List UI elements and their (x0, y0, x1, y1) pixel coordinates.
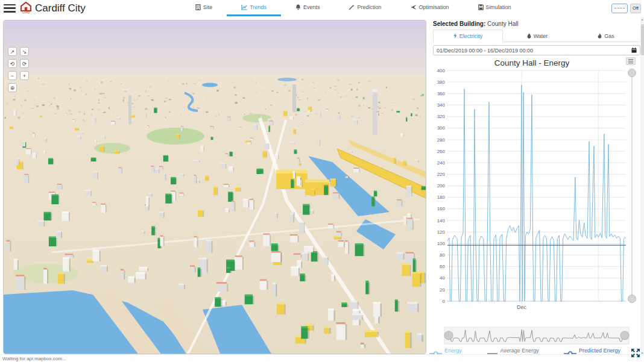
disk-icon (478, 4, 484, 10)
selected-building-value: County Hall (487, 20, 519, 27)
svg-text:260: 260 (437, 149, 446, 154)
navigator-right-handle[interactable] (620, 331, 629, 340)
map-controls: ↗↘⟲⟳−+⊕ (8, 47, 32, 92)
scroll-up-icon[interactable]: ▲ (640, 17, 644, 21)
tab-prediction-label: Prediction (357, 4, 381, 10)
tab-site-label: Site (203, 4, 213, 10)
navigator-left-handle[interactable] (444, 331, 453, 340)
tab-events[interactable]: Events (281, 0, 335, 16)
svg-text:240: 240 (437, 160, 446, 166)
building-detail-panel: Selected Building: County Hall Electrici… (429, 17, 644, 355)
svg-text:380: 380 (437, 80, 446, 85)
wand-icon (349, 4, 355, 10)
flame-icon (598, 33, 602, 39)
svg-text:40: 40 (440, 275, 445, 281)
chart-title: County Hall - Energy (429, 58, 634, 67)
tab-water-label: Water (534, 33, 548, 39)
status-text: Waiting for api.mapbox.com... (2, 356, 66, 361)
tab-trends-label: Trends (250, 4, 267, 10)
tab-electricity[interactable]: Electricity (433, 30, 503, 42)
tab-water[interactable]: Water (503, 30, 572, 42)
chart-context-menu-button[interactable] (626, 57, 636, 65)
svg-text:0: 0 (443, 299, 446, 304)
map-view[interactable]: ↗↘⟲⟳−+⊕ (3, 20, 426, 354)
application-window: Cusp Cardiff City Site Trends (0, 0, 644, 362)
tab-prediction[interactable]: Prediction (334, 0, 396, 16)
off-button[interactable]: Off (630, 4, 641, 13)
bell-icon (295, 4, 301, 10)
fullscreen-icon[interactable] (630, 348, 641, 358)
tab-gas[interactable]: Gas (572, 30, 640, 42)
app-logo: Cusp (21, 2, 31, 14)
chart-icon (241, 4, 247, 10)
svg-text:140: 140 (437, 218, 446, 223)
svg-text:220: 220 (437, 172, 446, 177)
scrollbar-thumb[interactable] (641, 24, 644, 55)
bolt-icon (453, 33, 457, 39)
svg-text:80: 80 (440, 252, 445, 258)
svg-text:400: 400 (437, 68, 446, 73)
svg-text:160: 160 (437, 206, 446, 211)
zoom-in-button[interactable]: + (20, 71, 29, 80)
top-navbar: Cusp Cardiff City Site Trends (0, 0, 644, 16)
tab-events-label: Events (303, 4, 320, 10)
date-range-picker[interactable]: 01/Dec/2019 00:00 - 16/Dec/2019 00:00 (433, 45, 640, 55)
nav-tabs: Site Trends Events (181, 0, 526, 16)
tab-gas-label: Gas (604, 33, 614, 39)
tilt-down-button[interactable]: ↘ (20, 47, 29, 56)
utility-tabs: Electricity Water Gas (433, 30, 640, 42)
rotate-left-button[interactable]: ⟲ (8, 59, 17, 68)
tab-electricity-label: Electricity (459, 33, 483, 39)
tab-optimisation-label: Optimisation (419, 4, 449, 10)
browser-status-bar: Waiting for api.mapbox.com... (0, 354, 644, 362)
selected-building: Selected Building: County Hall (429, 17, 644, 30)
navbar-right-controls: Off (611, 4, 644, 13)
svg-text:Dec: Dec (517, 304, 527, 310)
tab-optimisation[interactable]: Optimisation (396, 0, 464, 16)
tab-simulation-label: Simulation (486, 4, 511, 10)
logo-subtext: Cusp (22, 11, 30, 14)
energy-chart[interactable]: 0204060801001201401601802002202402602803… (431, 67, 638, 315)
svg-text:200: 200 (437, 183, 446, 189)
svg-text:340: 340 (437, 102, 446, 108)
calendar-icon (631, 48, 637, 53)
dashed-line-icon (614, 8, 625, 8)
zoom-out-button[interactable]: − (8, 71, 17, 80)
building-icon (195, 4, 201, 10)
date-range-value: 01/Dec/2019 00:00 - 16/Dec/2019 00:00 (437, 48, 533, 54)
rotate-right-button[interactable]: ⟳ (20, 59, 29, 68)
svg-text:120: 120 (437, 229, 446, 235)
page-title: Cardiff City (35, 2, 86, 14)
tab-trends[interactable]: Trends (227, 0, 281, 16)
droplet-icon (527, 33, 531, 39)
tilt-up-button[interactable]: ↗ (8, 47, 17, 56)
panel-scrollbar[interactable]: ▲ ▼ (640, 17, 644, 355)
tab-simulation[interactable]: Simulation (464, 0, 526, 16)
svg-text:300: 300 (437, 125, 446, 131)
svg-text:180: 180 (437, 195, 446, 200)
dart-icon (411, 4, 417, 10)
tab-site[interactable]: Site (181, 0, 227, 16)
map-3d-scene[interactable] (4, 20, 426, 354)
chart-navigator[interactable] (444, 326, 630, 345)
energy-chart-card: County Hall - Energy 0204060801001201401… (429, 57, 644, 361)
svg-text:280: 280 (437, 137, 446, 143)
center-button[interactable]: ⊕ (8, 83, 17, 92)
svg-text:60: 60 (440, 264, 445, 269)
svg-text:100: 100 (437, 241, 446, 246)
selected-building-label: Selected Building: (433, 20, 485, 27)
selection-tool-button[interactable] (611, 4, 628, 13)
svg-text:360: 360 (437, 91, 446, 96)
svg-text:20: 20 (440, 287, 445, 293)
svg-text:320: 320 (437, 114, 446, 119)
menu-icon[interactable] (4, 4, 16, 13)
